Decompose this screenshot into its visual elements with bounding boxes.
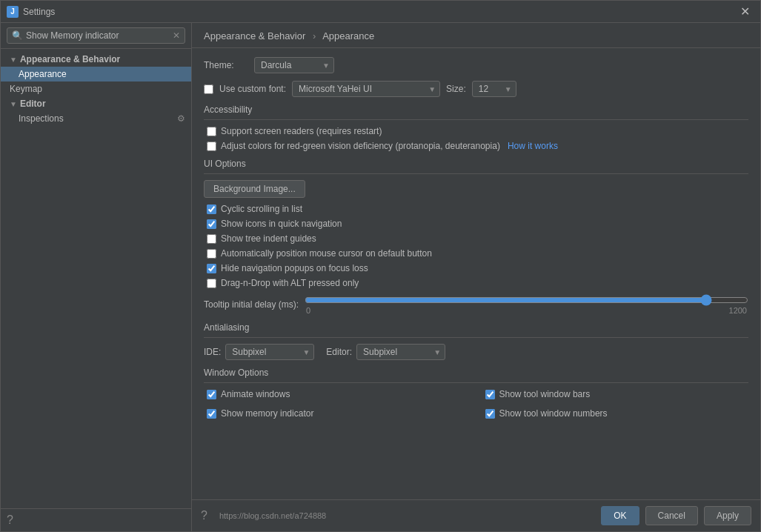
size-select-wrap: 12 13 14 ▼: [472, 81, 516, 97]
inspect-settings-icon: ⚙: [177, 113, 185, 124]
slider-max: 1200: [729, 306, 747, 315]
accessibility-section: Accessibility Support screen readers (re…: [204, 104, 748, 151]
ide-select-wrap: Subpixel Greyscale None ▼: [225, 344, 314, 360]
size-label: Size:: [446, 84, 466, 94]
quick-nav-row: Show icons in quick navigation: [204, 219, 748, 229]
sidebar-item-keymap[interactable]: Keymap: [1, 82, 191, 96]
expand-icon: ▼: [10, 100, 17, 108]
auto-position-checkbox[interactable]: [207, 249, 216, 259]
antialiasing-title: Antialiasing: [204, 322, 748, 333]
ide-antialias-item: IDE: Subpixel Greyscale None ▼: [204, 344, 314, 360]
window-options-grid: Animate windows Show tool window bars Sh…: [204, 389, 748, 423]
search-icon: 🔍: [12, 30, 23, 41]
help-icon[interactable]: ?: [7, 513, 13, 526]
window-options-section: Window Options Animate windows Show tool…: [204, 368, 748, 423]
auto-position-label: Automatically position mouse cursor on d…: [221, 248, 432, 259]
antialias-row: IDE: Subpixel Greyscale None ▼: [204, 344, 748, 360]
ide-antialias-select[interactable]: Subpixel Greyscale None: [225, 344, 314, 360]
show-tool-bars-checkbox[interactable]: [485, 390, 495, 399]
hide-nav-checkbox[interactable]: [207, 264, 216, 273]
apply-button[interactable]: Apply: [704, 506, 751, 525]
sidebar-item-label: Appearance & Behavior: [20, 54, 120, 64]
content-area: Theme: Darcula IntelliJ Light High Contr…: [192, 48, 760, 499]
help-icon-bottom[interactable]: ?: [201, 509, 207, 522]
bottom-bar: ? https://blog.csdn.net/a724888 OK Cance…: [192, 499, 760, 531]
show-tool-bars-row: Show tool window bars: [482, 389, 749, 399]
drag-drop-label: Drag-n-Drop with ALT pressed only: [221, 278, 359, 288]
animate-windows-row: Animate windows: [204, 389, 471, 399]
bottom-left: ?: [201, 509, 207, 522]
theme-row: Theme: Darcula IntelliJ Light High Contr…: [204, 57, 748, 73]
sidebar-item-inspections[interactable]: Inspections ⚙: [1, 111, 191, 126]
ide-label: IDE:: [204, 347, 221, 357]
breadcrumb: Appearance & Behavior › Appearance: [192, 23, 760, 48]
sidebar-tree: ▼ Appearance & Behavior Appearance Keyma…: [1, 49, 191, 508]
breadcrumb-part1: Appearance & Behavior: [204, 30, 305, 41]
sidebar-item-editor[interactable]: ▼ Editor: [1, 96, 191, 111]
cyclic-scrolling-checkbox[interactable]: [207, 205, 216, 214]
show-tool-numbers-row: Show tool window numbers: [482, 408, 749, 419]
search-bar: 🔍 ✕: [1, 23, 191, 49]
sidebar-item-appearance[interactable]: Appearance: [1, 67, 191, 82]
right-panel: Appearance & Behavior › Appearance Theme…: [192, 23, 760, 531]
sidebar-item-label: Keymap: [10, 84, 42, 94]
tree-indent-label: Show tree indent guides: [221, 233, 316, 244]
hide-nav-row: Hide navigation popups on focus loss: [204, 263, 748, 273]
tree-indent-checkbox[interactable]: [207, 234, 216, 244]
adjust-colors-checkbox[interactable]: [207, 142, 216, 151]
screen-readers-row: Support screen readers (requires restart…: [204, 126, 748, 136]
hide-nav-label: Hide navigation popups on focus loss: [221, 263, 368, 273]
search-input[interactable]: [26, 30, 170, 41]
theme-label: Theme:: [204, 60, 248, 70]
animate-windows-checkbox[interactable]: [207, 390, 216, 399]
window-options-title: Window Options: [204, 368, 748, 378]
show-tool-numbers-label: Show tool window numbers: [499, 408, 608, 419]
bg-image-button[interactable]: Background Image...: [204, 180, 305, 198]
editor-select-wrap: Subpixel Greyscale None ▼: [356, 344, 445, 360]
adjust-colors-row: Adjust colors for red-green vision defic…: [204, 141, 748, 151]
sidebar-item-label: Appearance: [19, 69, 67, 79]
window-title: Settings: [23, 7, 55, 17]
sidebar-item-label: Inspections: [19, 113, 64, 124]
slider-min: 0: [306, 306, 310, 315]
animate-windows-label: Animate windows: [221, 389, 290, 399]
how-it-works-link[interactable]: How it works: [508, 141, 558, 151]
tree-indent-row: Show tree indent guides: [204, 233, 748, 244]
theme-select[interactable]: Darcula IntelliJ Light High Contrast: [254, 57, 334, 73]
tooltip-slider[interactable]: [305, 294, 748, 306]
tooltip-label: Tooltip initial delay (ms):: [204, 299, 299, 310]
ok-button[interactable]: OK: [601, 506, 639, 525]
antialiasing-section: Antialiasing IDE: Subpixel Greyscale Non…: [204, 322, 748, 360]
slider-container: 0 1200: [305, 294, 748, 315]
drag-drop-checkbox[interactable]: [207, 279, 216, 288]
bottom-right: OK Cancel Apply: [601, 506, 751, 525]
ui-options-section: UI Options Background Image... Cyclic sc…: [204, 159, 748, 315]
theme-select-wrap: Darcula IntelliJ Light High Contrast ▼: [254, 57, 334, 73]
editor-antialias-select[interactable]: Subpixel Greyscale None: [356, 344, 445, 360]
tooltip-slider-section: Tooltip initial delay (ms): 0 1200: [204, 294, 748, 315]
editor-antialias-item: Editor: Subpixel Greyscale None ▼: [326, 344, 445, 360]
screen-readers-label: Support screen readers (requires restart…: [221, 126, 382, 136]
font-select-wrap: Microsoft YaHei UI ▼: [292, 81, 440, 97]
custom-font-label: Use custom font:: [219, 84, 286, 94]
sidebar-item-label: Editor: [20, 99, 46, 109]
adjust-colors-label: Adjust colors for red-green vision defic…: [221, 141, 500, 151]
size-select[interactable]: 12 13 14: [472, 81, 516, 97]
show-memory-label: Show memory indicator: [221, 408, 313, 419]
url-display: https://blog.csdn.net/a724888: [219, 511, 326, 520]
screen-readers-checkbox[interactable]: [207, 127, 216, 136]
close-button[interactable]: ✕: [736, 3, 754, 20]
quick-nav-checkbox[interactable]: [207, 219, 216, 229]
show-memory-checkbox[interactable]: [207, 409, 216, 419]
tooltip-slider-wrap: Tooltip initial delay (ms): 0 1200: [204, 294, 748, 315]
font-select[interactable]: Microsoft YaHei UI: [292, 81, 440, 97]
custom-font-checkbox[interactable]: [204, 84, 213, 94]
sidebar-item-appearance-behavior[interactable]: ▼ Appearance & Behavior: [1, 52, 191, 67]
search-clear-icon[interactable]: ✕: [173, 30, 180, 41]
cancel-button[interactable]: Cancel: [645, 506, 698, 525]
accessibility-title: Accessibility: [204, 104, 748, 115]
quick-nav-label: Show icons in quick navigation: [221, 219, 342, 229]
sidebar-bottom: ?: [1, 508, 191, 531]
show-tool-numbers-checkbox[interactable]: [485, 409, 495, 419]
title-bar: J Settings ✕: [1, 1, 760, 23]
